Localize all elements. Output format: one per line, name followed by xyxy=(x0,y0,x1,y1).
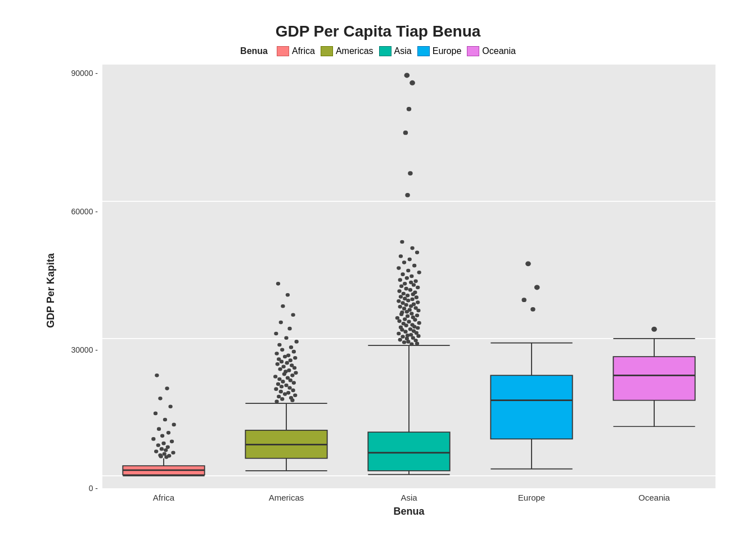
svg-point-38 xyxy=(276,282,280,286)
svg-point-155 xyxy=(407,320,411,324)
svg-point-106 xyxy=(402,260,406,264)
svg-point-42 xyxy=(279,321,283,325)
plot-svg xyxy=(102,64,716,488)
svg-point-78 xyxy=(287,386,291,390)
plot-and-x: Africa Americas Asia Europe Oceania Benu… xyxy=(102,64,716,518)
svg-point-125 xyxy=(402,292,406,296)
svg-point-47 xyxy=(277,343,281,347)
svg-rect-182 xyxy=(490,375,572,439)
svg-point-148 xyxy=(415,314,419,318)
svg-point-135 xyxy=(400,301,404,305)
svg-point-110 xyxy=(417,271,421,274)
svg-point-40 xyxy=(281,304,285,308)
svg-point-153 xyxy=(413,318,417,322)
legend-box-oceania xyxy=(467,46,479,56)
svg-point-123 xyxy=(397,289,401,293)
svg-point-43 xyxy=(287,327,291,331)
svg-point-132 xyxy=(406,299,410,303)
svg-point-121 xyxy=(404,287,408,291)
svg-point-162 xyxy=(416,326,420,330)
svg-point-14 xyxy=(163,418,167,422)
legend-item-oceania: Oceania xyxy=(467,46,516,56)
legend-item-americas: Americas xyxy=(321,46,374,56)
svg-point-112 xyxy=(410,274,413,278)
svg-point-169 xyxy=(409,333,413,337)
svg-point-12 xyxy=(168,404,172,408)
svg-point-61 xyxy=(282,364,286,368)
x-tick-asia: Asia xyxy=(348,493,470,502)
svg-point-170 xyxy=(406,334,410,338)
chart-area-wrapper: GDP Per Kapita 0 - 30000 - 60000 - 90000… xyxy=(40,64,716,518)
svg-point-16 xyxy=(157,427,161,431)
svg-point-141 xyxy=(402,307,406,310)
legend-item-europe: Europe xyxy=(417,46,462,56)
svg-point-195 xyxy=(651,327,657,332)
svg-point-28 xyxy=(163,452,166,456)
svg-point-56 xyxy=(289,358,292,362)
x-axis-labels: Africa Americas Asia Europe Oceania xyxy=(102,488,716,503)
legend-box-asia xyxy=(379,46,392,56)
svg-point-80 xyxy=(291,389,295,393)
legend: Benua Africa Americas Asia Europe Oceani… xyxy=(240,46,516,56)
svg-point-96 xyxy=(410,80,415,86)
svg-point-139 xyxy=(398,305,402,309)
svg-point-166 xyxy=(403,330,407,334)
legend-box-europe xyxy=(417,46,430,56)
y-tick-0: 0 - xyxy=(89,484,98,493)
svg-point-188 xyxy=(521,298,526,302)
svg-point-149 xyxy=(406,314,410,318)
svg-point-22 xyxy=(156,443,160,447)
svg-point-72 xyxy=(289,379,292,382)
svg-point-159 xyxy=(404,323,408,327)
svg-point-31 xyxy=(159,454,163,458)
svg-point-50 xyxy=(292,350,296,354)
y-tick-60000: 60000 - xyxy=(71,207,98,216)
svg-point-109 xyxy=(406,269,410,273)
svg-point-167 xyxy=(415,331,418,335)
svg-point-21 xyxy=(161,442,165,446)
svg-point-44 xyxy=(274,332,278,336)
svg-point-89 xyxy=(274,400,278,404)
plot-area xyxy=(102,64,716,488)
svg-point-49 xyxy=(280,348,284,352)
svg-rect-91 xyxy=(368,432,449,471)
svg-point-26 xyxy=(154,449,158,453)
svg-point-113 xyxy=(405,276,409,280)
svg-point-53 xyxy=(283,355,287,359)
svg-point-54 xyxy=(293,356,297,360)
legend-label-americas: Americas xyxy=(336,46,374,56)
svg-point-143 xyxy=(416,309,420,313)
svg-point-98 xyxy=(403,130,408,135)
svg-point-189 xyxy=(530,307,535,312)
svg-point-67 xyxy=(282,372,286,376)
y-ticks: 0 - 30000 - 60000 - 90000 - xyxy=(62,64,102,518)
svg-point-46 xyxy=(295,340,299,344)
svg-point-163 xyxy=(408,327,412,331)
x-tick-europe: Europe xyxy=(470,493,593,502)
svg-point-137 xyxy=(404,303,408,307)
svg-point-48 xyxy=(289,345,293,349)
svg-point-118 xyxy=(412,283,416,287)
y-ticks-and-plot: 0 - 30000 - 60000 - 90000 - xyxy=(62,64,716,518)
svg-point-131 xyxy=(410,298,414,302)
y-tick-90000: 90000 - xyxy=(71,69,98,78)
svg-point-117 xyxy=(403,282,407,286)
svg-point-27 xyxy=(171,451,175,454)
svg-point-115 xyxy=(413,280,417,284)
svg-point-111 xyxy=(400,272,404,276)
svg-point-84 xyxy=(293,393,297,397)
svg-point-71 xyxy=(277,377,281,381)
svg-point-105 xyxy=(408,258,412,262)
x-axis-label: Benua xyxy=(102,503,716,518)
svg-point-97 xyxy=(407,107,411,111)
svg-point-178 xyxy=(402,340,406,344)
svg-point-66 xyxy=(294,371,298,375)
legend-box-americas xyxy=(321,46,333,56)
svg-point-76 xyxy=(284,384,288,388)
svg-point-62 xyxy=(292,366,296,370)
svg-point-101 xyxy=(400,240,404,244)
svg-point-24 xyxy=(160,447,164,451)
svg-point-151 xyxy=(395,316,399,320)
svg-point-168 xyxy=(397,332,400,336)
svg-point-122 xyxy=(408,288,412,292)
